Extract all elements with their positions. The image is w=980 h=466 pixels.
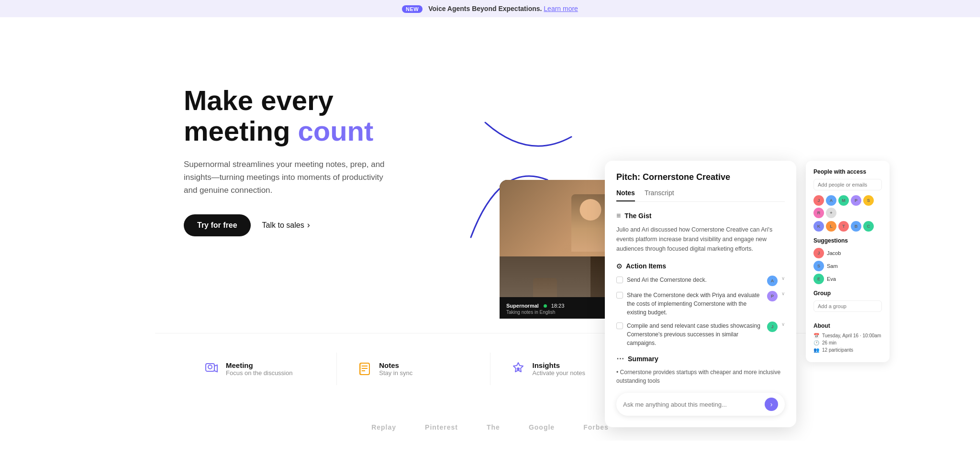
hero-heading: Make every meeting count bbox=[184, 85, 433, 146]
meeting-feature-desc: Focus on the discussion bbox=[226, 369, 292, 377]
action-item-1: Send Ari the Cornerstone deck. A ∨ bbox=[616, 276, 785, 286]
gist-text-content: Julio and Ari discussed how Cornerstone … bbox=[616, 225, 785, 254]
taking-notes-status: Taking notes in English bbox=[506, 310, 564, 315]
action-item-3: Compile and send relevant case studies s… bbox=[616, 322, 785, 347]
avatar-9: T bbox=[838, 221, 849, 232]
meeting-feature-texts: Meeting Focus on the discussion bbox=[226, 361, 292, 377]
suggestion-name-eva: Eva bbox=[827, 276, 836, 282]
summary-title-text: Summary bbox=[628, 355, 658, 363]
suggestion-name-sam: Sam bbox=[827, 263, 838, 269]
avatar-10: B bbox=[851, 221, 861, 232]
about-participants-text: 12 participants bbox=[822, 347, 853, 353]
video-brand: Supernormal 18:23 bbox=[506, 301, 564, 310]
group-input[interactable] bbox=[813, 300, 882, 312]
insights-feature-desc: Activate your notes bbox=[533, 369, 586, 377]
group-section-title: Group bbox=[813, 290, 882, 297]
people-icon: 👥 bbox=[813, 347, 819, 353]
hero-actions: Try for free Talk to sales › bbox=[184, 214, 433, 236]
summary-section: ⋯ Summary • Cornerstone provides startup… bbox=[616, 354, 785, 385]
summary-text-content: • Cornerstone provides startups with che… bbox=[616, 368, 785, 385]
action-items-icon: ⊙ bbox=[616, 262, 622, 270]
hero-section: Make every meeting count Supernormal str… bbox=[155, 17, 825, 295]
about-section-title: About bbox=[813, 322, 882, 329]
notes-feature-texts: Notes Stay in sync bbox=[379, 361, 412, 377]
try-for-free-button[interactable]: Try for free bbox=[184, 214, 251, 236]
notes-panel: Pitch: Cornerstone Creative Notes Transc… bbox=[605, 161, 796, 427]
add-people-input[interactable] bbox=[813, 179, 882, 190]
notes-panel-title: Pitch: Cornerstone Creative bbox=[616, 172, 785, 182]
logo-replay: Replay bbox=[371, 423, 396, 431]
about-participants: 👥 12 participants bbox=[813, 347, 882, 353]
avatar-4: P bbox=[851, 195, 861, 206]
gist-icon: ≡ bbox=[616, 211, 621, 220]
arrow-icon: › bbox=[307, 220, 310, 230]
logo-google: Google bbox=[529, 423, 555, 431]
avatar-more: + bbox=[826, 208, 836, 218]
avatar-1: J bbox=[813, 195, 824, 206]
suggestions-section: Suggestions J Jacob S Sam E Eva bbox=[813, 237, 882, 284]
action-items-header: ⊙ Action Items bbox=[616, 262, 785, 270]
feature-notes[interactable]: Notes Stay in sync bbox=[337, 353, 490, 385]
people-sidebar: People with access J A M P S R + K L T B… bbox=[806, 161, 890, 362]
notes-icon-wrap bbox=[356, 360, 373, 377]
clock-icon: 🕐 bbox=[813, 340, 819, 345]
notes-feature-desc: Stay in sync bbox=[379, 369, 412, 377]
action-avatar-2: P bbox=[767, 291, 778, 301]
suggestion-name-jacob: Jacob bbox=[827, 250, 841, 256]
logo-forbes: Forbes bbox=[583, 423, 609, 431]
action-checkbox-2[interactable] bbox=[616, 292, 623, 299]
heading-accent: count bbox=[298, 115, 374, 146]
suggestion-jacob: J Jacob bbox=[813, 248, 882, 258]
summary-text-body: Cornerstone provides startups with cheap… bbox=[616, 369, 780, 384]
action-chevron-3: ∨ bbox=[781, 322, 785, 327]
action-avatar-1: A bbox=[767, 276, 778, 286]
suggestions-title: Suggestions bbox=[813, 237, 882, 244]
ai-send-button[interactable]: › bbox=[765, 398, 778, 411]
svg-rect-6 bbox=[359, 363, 361, 375]
heading-line2: meeting bbox=[184, 115, 298, 146]
banner-learn-more-link[interactable]: Learn more bbox=[544, 5, 578, 12]
meeting-icon-wrap bbox=[203, 360, 220, 377]
insights-icon-wrap bbox=[510, 360, 527, 377]
logos-row: Replay Pinterest The Google Forbes bbox=[0, 414, 980, 441]
recording-indicator bbox=[544, 304, 547, 308]
meeting-feature-title: Meeting bbox=[226, 361, 292, 369]
avatar-5: S bbox=[863, 195, 874, 206]
action-chevron-2: ∨ bbox=[781, 291, 785, 296]
tab-transcript[interactable]: Transcript bbox=[645, 189, 674, 201]
action-text-3: Compile and send relevant case studies s… bbox=[627, 322, 763, 347]
insights-icon bbox=[511, 361, 526, 377]
notes-feature-title: Notes bbox=[379, 361, 412, 369]
action-text-2: Share the Cornerstone deck with Priya an… bbox=[627, 291, 763, 317]
gist-title-text: The Gist bbox=[624, 212, 651, 220]
talk-to-sales-label: Talk to sales bbox=[262, 221, 304, 230]
about-duration: 🕐 26 min bbox=[813, 340, 882, 345]
action-checkbox-1[interactable] bbox=[616, 277, 623, 283]
calendar-icon: 📅 bbox=[813, 333, 819, 338]
ai-chat-bar: › bbox=[616, 393, 785, 416]
summary-icon: ⋯ bbox=[616, 354, 624, 363]
hero-subtext: Supernormal streamlines your meeting not… bbox=[184, 158, 385, 197]
heading-line1: Make every bbox=[184, 85, 334, 116]
hero-left: Make every meeting count Supernormal str… bbox=[184, 85, 433, 236]
video-brand-info: Supernormal 18:23 Taking notes in Englis… bbox=[506, 301, 564, 315]
insights-feature-texts: Insights Activate your notes bbox=[533, 361, 586, 377]
suggestion-avatar-sam: S bbox=[813, 261, 824, 271]
about-section: About 📅 Tuesday, April 16 · 10:00am 🕐 26… bbox=[813, 322, 882, 353]
banner-text: Voice Agents Beyond Expectations. bbox=[428, 5, 542, 12]
action-checkbox-3[interactable] bbox=[616, 322, 623, 329]
about-date: 📅 Tuesday, April 16 · 10:00am bbox=[813, 333, 882, 338]
svg-point-7 bbox=[517, 367, 520, 370]
svg-point-1 bbox=[208, 365, 212, 369]
tab-notes[interactable]: Notes bbox=[616, 189, 635, 201]
deco-curve-bottom bbox=[480, 113, 576, 170]
action-chevron-1: ∨ bbox=[781, 276, 785, 281]
ai-chat-input[interactable] bbox=[623, 401, 765, 408]
action-text-1: Send Ari the Cornerstone deck. bbox=[627, 276, 763, 284]
avatar-2: A bbox=[826, 195, 836, 206]
suggestion-avatar-jacob: J bbox=[813, 248, 824, 258]
action-items-title: Action Items bbox=[626, 262, 666, 270]
feature-meeting[interactable]: Meeting Focus on the discussion bbox=[184, 353, 337, 385]
talk-to-sales-button[interactable]: Talk to sales › bbox=[262, 220, 310, 230]
logo-the: The bbox=[487, 423, 500, 431]
